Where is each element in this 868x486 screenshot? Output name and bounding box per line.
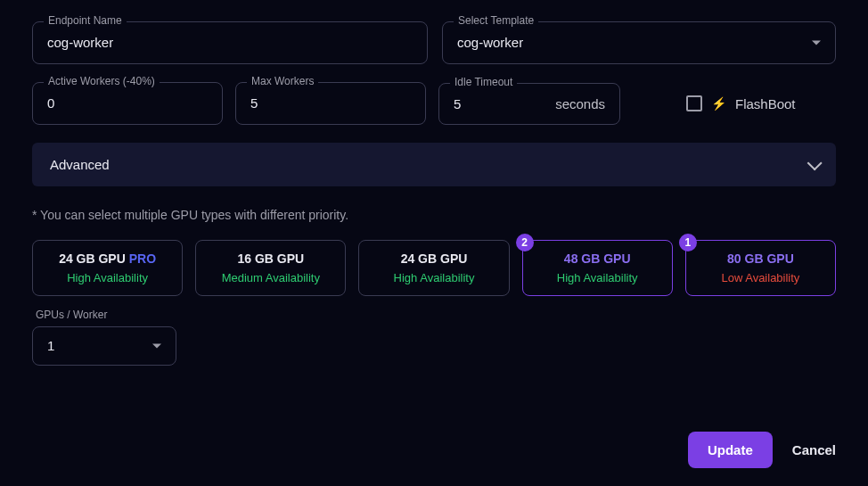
update-button[interactable]: Update (688, 432, 773, 468)
chevron-down-icon (807, 155, 823, 170)
active-workers-label: Active Workers (-40%) (44, 75, 160, 87)
max-workers-field[interactable]: Max Workers (235, 82, 426, 125)
caret-down-icon (812, 41, 821, 45)
advanced-label: Advanced (50, 157, 110, 172)
gpu-card-row: 24 GB GPU PROHigh Availability16 GB GPUM… (32, 240, 836, 296)
endpoint-name-input[interactable] (47, 35, 413, 50)
gpu-availability: High Availability (530, 271, 665, 284)
endpoint-name-label: Endpoint Name (44, 14, 127, 27)
gpu-card[interactable]: 180 GB GPULow Availability (685, 240, 836, 296)
idle-timeout-label: Idle Timeout (450, 76, 517, 88)
gpu-availability: Low Availability (693, 271, 828, 284)
select-template-value: cog-worker (457, 35, 523, 50)
gpu-card-title: 80 GB GPU (693, 251, 828, 266)
gpu-card-title: 48 GB GPU (530, 251, 665, 266)
max-workers-label: Max Workers (247, 75, 318, 87)
max-workers-input[interactable] (250, 95, 411, 111)
gpu-card[interactable]: 248 GB GPUHigh Availability (522, 240, 673, 296)
advanced-toggle[interactable]: Advanced (32, 143, 836, 186)
gpu-availability: Medium Availability (203, 271, 338, 284)
gpus-per-worker-value: 1 (47, 338, 54, 353)
gpu-card[interactable]: 24 GB GPUHigh Availability (358, 240, 509, 296)
cancel-button[interactable]: Cancel (792, 442, 836, 457)
bolt-icon: ⚡ (711, 96, 726, 111)
active-workers-field[interactable]: Active Workers (-40%) (32, 82, 223, 125)
gpu-card[interactable]: 16 GB GPUMedium Availability (195, 240, 346, 296)
priority-badge: 2 (516, 234, 534, 251)
select-template-field[interactable]: Select Template cog-worker (442, 21, 836, 64)
idle-timeout-field[interactable]: Idle Timeout seconds (438, 83, 620, 125)
pro-badge: PRO (126, 251, 156, 266)
gpu-card-title: 16 GB GPU (203, 251, 338, 266)
gpus-per-worker-label: GPUs / Worker (36, 309, 836, 321)
gpus-per-worker-select[interactable]: 1 (32, 326, 176, 366)
gpu-card[interactable]: 24 GB GPU PROHigh Availability (32, 240, 183, 296)
priority-badge: 1 (679, 234, 697, 251)
gpu-availability: High Availability (40, 271, 175, 284)
gpu-card-title: 24 GB GPU (366, 251, 501, 266)
actions-row: Update Cancel (688, 432, 836, 468)
idle-timeout-input[interactable] (454, 96, 555, 111)
flashboot-checkbox[interactable] (686, 95, 702, 111)
flashboot-label: FlashBoot (735, 96, 796, 111)
gpu-availability: High Availability (366, 271, 501, 284)
flashboot-group: ⚡ FlashBoot (686, 95, 796, 111)
caret-down-icon (152, 344, 161, 349)
endpoint-name-field[interactable]: Endpoint Name (32, 21, 428, 64)
active-workers-input[interactable] (47, 95, 208, 111)
idle-timeout-unit: seconds (555, 96, 605, 111)
gpu-helper-text: * You can select multiple GPU types with… (32, 208, 836, 222)
gpu-card-title: 24 GB GPU PRO (40, 251, 175, 266)
select-template-label: Select Template (454, 14, 538, 27)
